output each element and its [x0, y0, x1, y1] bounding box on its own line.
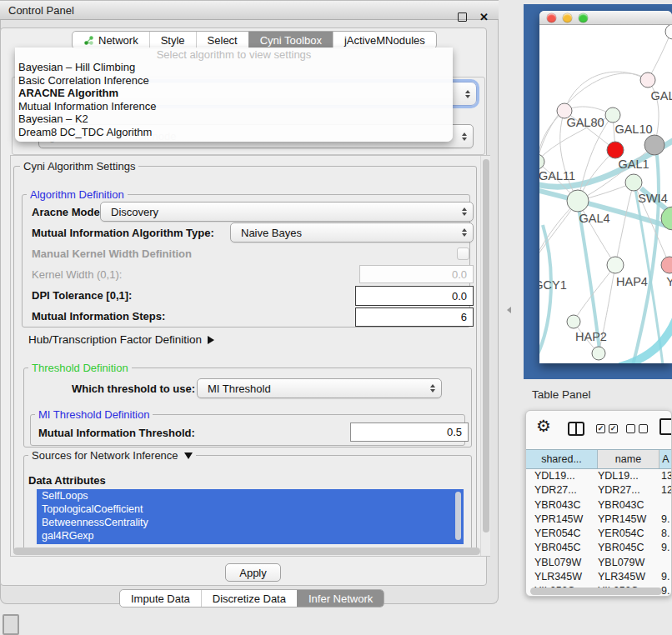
network-node[interactable] — [640, 72, 655, 88]
apply-button[interactable]: Apply — [225, 563, 281, 582]
table-row[interactable]: YPR145WYPR145W9. — [526, 512, 672, 527]
network-node[interactable] — [567, 190, 589, 212]
network-edge[interactable] — [564, 72, 648, 111]
mi-steps-label: Mutual Information Steps: — [32, 310, 165, 322]
close-traffic-light[interactable] — [547, 13, 556, 22]
hub-definition-toggle[interactable]: Hub/Transcription Factor Definition — [28, 333, 214, 346]
network-node-label: GAL1 — [618, 158, 649, 171]
settings-vertical-scrollbar[interactable] — [480, 156, 490, 556]
network-edge[interactable] — [615, 182, 634, 265]
minimize-traffic-light[interactable] — [563, 13, 572, 22]
network-node-label: HAP4 — [616, 275, 648, 288]
close-icon[interactable]: ✕ — [479, 11, 489, 23]
table-cell: YBL079W — [526, 556, 598, 570]
tab-network[interactable]: Network — [73, 32, 149, 48]
table-cell: YPR145W — [598, 512, 659, 527]
threshold-definition-title: Threshold Definition — [28, 362, 132, 373]
kernel-width-field[interactable]: 0.0 — [359, 265, 474, 283]
network-node[interactable] — [567, 315, 580, 328]
network-node[interactable] — [644, 135, 664, 155]
tab-select[interactable]: Select — [196, 32, 248, 48]
attribute-item[interactable]: TopologicalCoefficient — [37, 502, 464, 516]
attribute-item[interactable]: SelfLoops — [37, 489, 464, 502]
table-row[interactable]: YBR045CYBR045C9. — [526, 541, 672, 555]
aracne-mode-combo[interactable]: Discovery — [100, 202, 474, 222]
table-row[interactable]: YBR043CYBR043C — [526, 498, 672, 512]
list-horizontal-scrollbar[interactable] — [13, 548, 480, 555]
control-panel-tabbar: Network Style Select Cyni Toolbox jActiv… — [72, 31, 437, 49]
column-header-name[interactable]: name — [598, 450, 659, 468]
algorithm-option[interactable]: Mutual Information Inference — [15, 100, 453, 113]
network-edge[interactable] — [539, 111, 564, 162]
network-node[interactable] — [625, 174, 642, 191]
network-window-titlebar[interactable] — [539, 11, 672, 25]
network-edge[interactable] — [648, 32, 671, 80]
network-node[interactable] — [592, 347, 605, 360]
export-table-icon[interactable] — [659, 418, 672, 435]
table-row[interactable]: YBL079WYBL079W — [526, 556, 672, 570]
mi-steps-value: 6 — [461, 311, 467, 323]
network-node[interactable] — [607, 142, 624, 158]
network-edge[interactable] — [539, 225, 551, 363]
network-graph[interactable]: GALGAL80GAL10GAL1GAL11SWI4GAL4GCY1HAP4YH… — [539, 25, 672, 363]
list-scrollbar-thumb[interactable] — [455, 492, 461, 540]
table-row[interactable]: YER054CYER054C8. — [526, 527, 672, 541]
which-threshold-combo[interactable]: MI Threshold — [197, 378, 442, 398]
network-node-label: GAL80 — [566, 116, 604, 129]
columns-icon[interactable] — [568, 422, 584, 436]
mi-algorithm-type-combo[interactable]: Naive Bayes — [230, 222, 474, 242]
table-row[interactable]: YDL19...YDL19...13 — [526, 469, 672, 483]
mi-steps-field[interactable]: 6 — [355, 308, 474, 327]
table-row[interactable]: YLR345WYLR345W9. — [526, 570, 672, 584]
which-threshold-value: MI Threshold — [208, 382, 271, 395]
scrollbar-thumb[interactable] — [530, 588, 662, 595]
tab-label: Impute Data — [131, 592, 190, 605]
network-node[interactable] — [661, 257, 672, 273]
tab-impute-data[interactable]: Impute Data — [120, 590, 201, 607]
algorithm-option[interactable]: Bayesian – K2 — [15, 112, 453, 126]
network-node-label: Y — [666, 275, 672, 288]
deselect-checks-icon[interactable] — [626, 424, 648, 433]
table-cell: YBR045C — [598, 541, 659, 555]
table-horizontal-scrollbar[interactable] — [530, 588, 669, 595]
tab-jactivemnodules[interactable]: jActiveMNodules — [333, 32, 436, 48]
split-pane-collapse-icon[interactable] — [507, 307, 511, 313]
column-header-partial[interactable]: A — [659, 450, 672, 468]
algorithm-option[interactable]: Basic Correlation Inference — [15, 74, 453, 88]
network-node[interactable] — [665, 25, 672, 39]
tab-infer-network[interactable]: Infer Network — [297, 590, 384, 607]
control-panel-titlebar[interactable]: Control Panel ✕ — [0, 0, 499, 20]
tab-style[interactable]: Style — [149, 32, 196, 48]
network-node[interactable] — [605, 108, 620, 122]
tab-discretize-data[interactable]: Discretize Data — [201, 590, 297, 607]
mi-threshold-field[interactable]: 0.5 — [350, 422, 469, 442]
table-cell: YBL079W — [598, 556, 659, 570]
attribute-item[interactable]: BetweennessCentrality — [37, 516, 464, 529]
scrollbar-thumb[interactable] — [13, 548, 480, 555]
select-all-checks-icon[interactable]: ✓✓ — [596, 424, 618, 433]
table-cell — [659, 556, 672, 570]
scrollbar-thumb[interactable] — [483, 159, 489, 532]
algorithm-option[interactable]: ARACNE Algorithm — [15, 87, 453, 100]
gear-icon[interactable]: ⚙ — [536, 416, 551, 436]
sources-toggle[interactable]: Sources for Network Inference — [32, 450, 193, 461]
dpi-tolerance-field[interactable]: 0.0 — [355, 286, 474, 306]
zoom-traffic-light[interactable] — [579, 13, 588, 22]
attribute-item[interactable]: gal4RGexp — [37, 529, 464, 542]
manual-kernel-checkbox[interactable] — [457, 248, 469, 260]
algorithm-option[interactable]: Bayesian – Hill Climbing — [15, 61, 453, 74]
table-row[interactable]: YDR27...YDR27...12 — [526, 483, 672, 498]
data-attributes-label: Data Attributes — [28, 474, 106, 487]
table-cell: YDL19... — [526, 469, 598, 483]
cyni-bottom-tabbar: Impute Data Discretize Data Infer Networ… — [119, 589, 384, 608]
table-header: shared... name A — [526, 449, 672, 469]
tab-cyni-toolbox[interactable]: Cyni Toolbox — [248, 32, 333, 48]
data-attributes-list[interactable]: SelfLoopsTopologicalCoefficientBetweenne… — [37, 489, 464, 544]
network-canvas[interactable]: GALGAL80GAL10GAL1GAL11SWI4GAL4GCY1HAP4YH… — [539, 25, 672, 363]
column-header-shared-name[interactable]: shared... — [526, 450, 598, 468]
network-node[interactable] — [607, 257, 624, 273]
aracne-mode-value: Discovery — [111, 206, 158, 218]
float-window-icon[interactable] — [458, 12, 467, 22]
algorithm-option[interactable]: Dream8 DC_TDC Algorithm — [15, 126, 453, 139]
dock-panel-icon[interactable] — [3, 614, 19, 635]
